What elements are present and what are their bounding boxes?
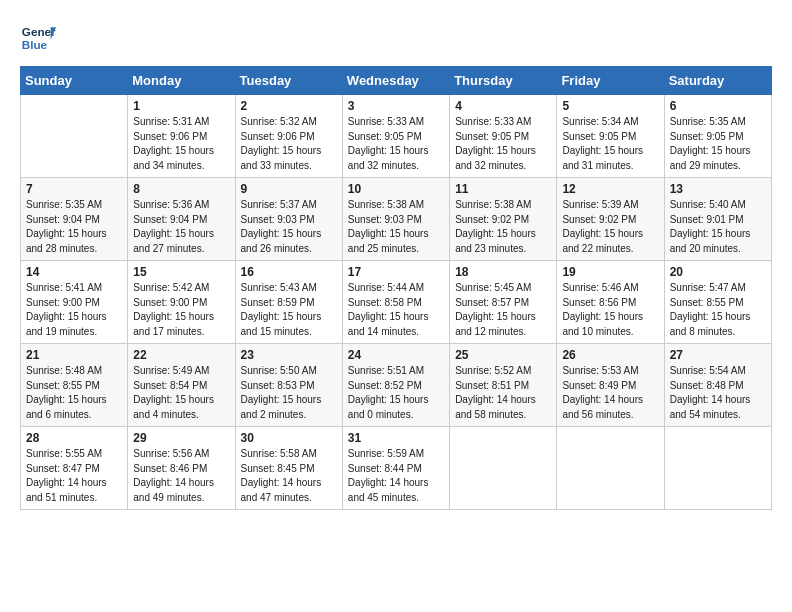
calendar-cell: 2Sunrise: 5:32 AM Sunset: 9:06 PM Daylig… <box>235 95 342 178</box>
day-info: Sunrise: 5:49 AM Sunset: 8:54 PM Dayligh… <box>133 364 229 422</box>
logo: General Blue <box>20 20 56 56</box>
calendar-cell: 10Sunrise: 5:38 AM Sunset: 9:03 PM Dayli… <box>342 178 449 261</box>
calendar-cell <box>21 95 128 178</box>
calendar-cell: 6Sunrise: 5:35 AM Sunset: 9:05 PM Daylig… <box>664 95 771 178</box>
weekday-header-monday: Monday <box>128 67 235 95</box>
day-number: 15 <box>133 265 229 279</box>
day-number: 22 <box>133 348 229 362</box>
calendar-cell: 22Sunrise: 5:49 AM Sunset: 8:54 PM Dayli… <box>128 344 235 427</box>
calendar-cell: 13Sunrise: 5:40 AM Sunset: 9:01 PM Dayli… <box>664 178 771 261</box>
calendar-week-row: 28Sunrise: 5:55 AM Sunset: 8:47 PM Dayli… <box>21 427 772 510</box>
day-info: Sunrise: 5:51 AM Sunset: 8:52 PM Dayligh… <box>348 364 444 422</box>
calendar-cell: 20Sunrise: 5:47 AM Sunset: 8:55 PM Dayli… <box>664 261 771 344</box>
day-info: Sunrise: 5:54 AM Sunset: 8:48 PM Dayligh… <box>670 364 766 422</box>
calendar-cell: 29Sunrise: 5:56 AM Sunset: 8:46 PM Dayli… <box>128 427 235 510</box>
day-info: Sunrise: 5:46 AM Sunset: 8:56 PM Dayligh… <box>562 281 658 339</box>
day-number: 2 <box>241 99 337 113</box>
day-number: 27 <box>670 348 766 362</box>
day-number: 12 <box>562 182 658 196</box>
calendar-cell: 3Sunrise: 5:33 AM Sunset: 9:05 PM Daylig… <box>342 95 449 178</box>
weekday-header-sunday: Sunday <box>21 67 128 95</box>
calendar-week-row: 21Sunrise: 5:48 AM Sunset: 8:55 PM Dayli… <box>21 344 772 427</box>
day-number: 24 <box>348 348 444 362</box>
day-number: 23 <box>241 348 337 362</box>
day-number: 30 <box>241 431 337 445</box>
day-info: Sunrise: 5:55 AM Sunset: 8:47 PM Dayligh… <box>26 447 122 505</box>
calendar-cell: 31Sunrise: 5:59 AM Sunset: 8:44 PM Dayli… <box>342 427 449 510</box>
day-info: Sunrise: 5:37 AM Sunset: 9:03 PM Dayligh… <box>241 198 337 256</box>
weekday-header-saturday: Saturday <box>664 67 771 95</box>
day-number: 18 <box>455 265 551 279</box>
day-info: Sunrise: 5:52 AM Sunset: 8:51 PM Dayligh… <box>455 364 551 422</box>
day-number: 1 <box>133 99 229 113</box>
day-info: Sunrise: 5:35 AM Sunset: 9:05 PM Dayligh… <box>670 115 766 173</box>
svg-text:Blue: Blue <box>22 38 48 51</box>
day-info: Sunrise: 5:44 AM Sunset: 8:58 PM Dayligh… <box>348 281 444 339</box>
calendar-cell: 21Sunrise: 5:48 AM Sunset: 8:55 PM Dayli… <box>21 344 128 427</box>
day-info: Sunrise: 5:56 AM Sunset: 8:46 PM Dayligh… <box>133 447 229 505</box>
calendar-cell: 15Sunrise: 5:42 AM Sunset: 9:00 PM Dayli… <box>128 261 235 344</box>
weekday-header-wednesday: Wednesday <box>342 67 449 95</box>
day-info: Sunrise: 5:48 AM Sunset: 8:55 PM Dayligh… <box>26 364 122 422</box>
day-number: 26 <box>562 348 658 362</box>
day-number: 7 <box>26 182 122 196</box>
calendar-cell: 11Sunrise: 5:38 AM Sunset: 9:02 PM Dayli… <box>450 178 557 261</box>
day-info: Sunrise: 5:40 AM Sunset: 9:01 PM Dayligh… <box>670 198 766 256</box>
calendar-cell: 28Sunrise: 5:55 AM Sunset: 8:47 PM Dayli… <box>21 427 128 510</box>
calendar-cell: 17Sunrise: 5:44 AM Sunset: 8:58 PM Dayli… <box>342 261 449 344</box>
day-info: Sunrise: 5:33 AM Sunset: 9:05 PM Dayligh… <box>348 115 444 173</box>
calendar-cell: 26Sunrise: 5:53 AM Sunset: 8:49 PM Dayli… <box>557 344 664 427</box>
calendar-cell: 25Sunrise: 5:52 AM Sunset: 8:51 PM Dayli… <box>450 344 557 427</box>
day-number: 29 <box>133 431 229 445</box>
day-info: Sunrise: 5:35 AM Sunset: 9:04 PM Dayligh… <box>26 198 122 256</box>
calendar-cell: 5Sunrise: 5:34 AM Sunset: 9:05 PM Daylig… <box>557 95 664 178</box>
day-info: Sunrise: 5:53 AM Sunset: 8:49 PM Dayligh… <box>562 364 658 422</box>
calendar-cell <box>557 427 664 510</box>
calendar-cell: 16Sunrise: 5:43 AM Sunset: 8:59 PM Dayli… <box>235 261 342 344</box>
day-number: 21 <box>26 348 122 362</box>
calendar-cell: 4Sunrise: 5:33 AM Sunset: 9:05 PM Daylig… <box>450 95 557 178</box>
calendar-cell: 7Sunrise: 5:35 AM Sunset: 9:04 PM Daylig… <box>21 178 128 261</box>
page-header: General Blue <box>20 20 772 56</box>
day-number: 8 <box>133 182 229 196</box>
day-info: Sunrise: 5:42 AM Sunset: 9:00 PM Dayligh… <box>133 281 229 339</box>
day-info: Sunrise: 5:38 AM Sunset: 9:03 PM Dayligh… <box>348 198 444 256</box>
day-number: 9 <box>241 182 337 196</box>
day-number: 20 <box>670 265 766 279</box>
day-info: Sunrise: 5:43 AM Sunset: 8:59 PM Dayligh… <box>241 281 337 339</box>
day-number: 3 <box>348 99 444 113</box>
calendar-cell: 18Sunrise: 5:45 AM Sunset: 8:57 PM Dayli… <box>450 261 557 344</box>
calendar-cell: 14Sunrise: 5:41 AM Sunset: 9:00 PM Dayli… <box>21 261 128 344</box>
day-info: Sunrise: 5:36 AM Sunset: 9:04 PM Dayligh… <box>133 198 229 256</box>
day-info: Sunrise: 5:50 AM Sunset: 8:53 PM Dayligh… <box>241 364 337 422</box>
day-info: Sunrise: 5:45 AM Sunset: 8:57 PM Dayligh… <box>455 281 551 339</box>
day-info: Sunrise: 5:32 AM Sunset: 9:06 PM Dayligh… <box>241 115 337 173</box>
day-info: Sunrise: 5:39 AM Sunset: 9:02 PM Dayligh… <box>562 198 658 256</box>
day-number: 4 <box>455 99 551 113</box>
day-number: 14 <box>26 265 122 279</box>
day-info: Sunrise: 5:58 AM Sunset: 8:45 PM Dayligh… <box>241 447 337 505</box>
day-number: 16 <box>241 265 337 279</box>
calendar-cell <box>664 427 771 510</box>
calendar-cell: 24Sunrise: 5:51 AM Sunset: 8:52 PM Dayli… <box>342 344 449 427</box>
calendar-table: SundayMondayTuesdayWednesdayThursdayFrid… <box>20 66 772 510</box>
day-number: 6 <box>670 99 766 113</box>
day-number: 13 <box>670 182 766 196</box>
calendar-week-row: 14Sunrise: 5:41 AM Sunset: 9:00 PM Dayli… <box>21 261 772 344</box>
day-info: Sunrise: 5:47 AM Sunset: 8:55 PM Dayligh… <box>670 281 766 339</box>
day-number: 11 <box>455 182 551 196</box>
calendar-cell: 30Sunrise: 5:58 AM Sunset: 8:45 PM Dayli… <box>235 427 342 510</box>
calendar-cell: 27Sunrise: 5:54 AM Sunset: 8:48 PM Dayli… <box>664 344 771 427</box>
calendar-cell: 9Sunrise: 5:37 AM Sunset: 9:03 PM Daylig… <box>235 178 342 261</box>
day-info: Sunrise: 5:33 AM Sunset: 9:05 PM Dayligh… <box>455 115 551 173</box>
day-number: 10 <box>348 182 444 196</box>
weekday-header-friday: Friday <box>557 67 664 95</box>
day-number: 19 <box>562 265 658 279</box>
calendar-week-row: 7Sunrise: 5:35 AM Sunset: 9:04 PM Daylig… <box>21 178 772 261</box>
day-info: Sunrise: 5:34 AM Sunset: 9:05 PM Dayligh… <box>562 115 658 173</box>
logo-icon: General Blue <box>20 20 56 56</box>
calendar-cell: 12Sunrise: 5:39 AM Sunset: 9:02 PM Dayli… <box>557 178 664 261</box>
calendar-week-row: 1Sunrise: 5:31 AM Sunset: 9:06 PM Daylig… <box>21 95 772 178</box>
weekday-header-tuesday: Tuesday <box>235 67 342 95</box>
day-number: 28 <box>26 431 122 445</box>
